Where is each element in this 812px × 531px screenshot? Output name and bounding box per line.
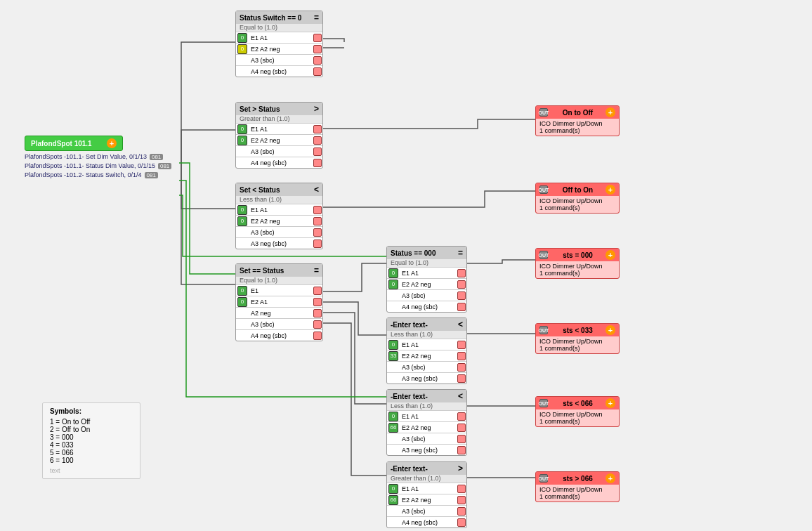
table-row[interactable]: 0 E1 A1: [387, 267, 466, 278]
port-in[interactable]: 0: [237, 286, 247, 296]
plafond-add-btn[interactable]: +: [107, 138, 117, 148]
table-row: A4 neg (sbc): [236, 157, 322, 168]
port-out[interactable]: [313, 240, 322, 248]
off-to-on-node[interactable]: OUT Off to On + ICO Dimmer Up/Down 1 com…: [535, 183, 620, 214]
table-row[interactable]: 0 E1 A1: [236, 204, 322, 215]
port-out[interactable]: [457, 424, 466, 432]
port-out[interactable]: [313, 67, 322, 76]
port-out[interactable]: [313, 309, 322, 317]
port-in[interactable]: 0: [388, 484, 398, 494]
out-port: OUT: [539, 399, 548, 407]
port-out[interactable]: [457, 374, 466, 383]
port-in[interactable]: 0: [388, 280, 398, 289]
port-out[interactable]: [313, 125, 322, 133]
table-row[interactable]: 66 E2 A2 neg: [387, 421, 466, 433]
table-row[interactable]: 0 E2 A2 neg: [236, 134, 322, 145]
sts-lt033-node[interactable]: OUT sts < 033 + ICO Dimmer Up/Down 1 com…: [535, 323, 620, 354]
port-in[interactable]: 66: [388, 423, 398, 433]
on-to-off-title: On to Off: [563, 109, 593, 117]
off-to-on-title: Off to On: [563, 186, 593, 194]
port-out[interactable]: [313, 136, 322, 145]
sts-gt066-add-btn[interactable]: +: [605, 473, 615, 483]
sts-gt066-node[interactable]: OUT sts > 066 + ICO Dimmer Up/Down 1 com…: [535, 471, 620, 502]
port-out[interactable]: [313, 320, 322, 329]
table-row: A3 neg (sbc): [387, 444, 466, 455]
table-row[interactable]: 66 E2 A2 neg: [387, 494, 466, 505]
port-out[interactable]: [457, 412, 466, 421]
port-out[interactable]: [457, 485, 466, 493]
on-to-off-line2: 1 command(s): [539, 127, 615, 134]
on-to-off-line1: ICO Dimmer Up/Down: [539, 120, 615, 127]
table-row[interactable]: 0 E1 A1: [236, 32, 322, 43]
sts-lt033-add-btn[interactable]: +: [605, 325, 615, 335]
port-out[interactable]: [457, 496, 466, 504]
port-in[interactable]: 0: [237, 205, 247, 215]
port-out[interactable]: [457, 363, 466, 372]
legend-item-2: 2 = Off to On: [50, 426, 133, 433]
port-in[interactable]: 0: [237, 216, 247, 226]
port-out[interactable]: [313, 45, 322, 53]
port-out[interactable]: [457, 446, 466, 454]
port-out[interactable]: [457, 280, 466, 289]
port-out[interactable]: [313, 228, 322, 237]
table-row[interactable]: 0 E2 A2 neg: [387, 278, 466, 289]
off-to-on-add-btn[interactable]: +: [605, 185, 615, 195]
port-in[interactable]: 0: [237, 124, 247, 134]
enter-lt066-node: -Enter text- < Less than (1.0) 0 E1 A1 6…: [386, 389, 467, 456]
dim-value-input[interactable]: PlafondSpots -101.1- Set Dim Value, 0/1/…: [25, 153, 171, 160]
on-to-off-node[interactable]: OUT On to Off + ICO Dimmer Up/Down 1 com…: [535, 105, 620, 136]
status-dim-input[interactable]: PlafondSpots -101.1- Status Dim Value, 0…: [25, 162, 171, 169]
table-row[interactable]: 0 E2 A2 neg: [236, 215, 322, 226]
sts-lt066-title: sts < 066: [563, 400, 593, 407]
table-row[interactable]: 0 E1 A1: [387, 483, 466, 494]
port-in[interactable]: 0: [388, 268, 398, 278]
port-in[interactable]: 0: [237, 297, 247, 307]
port-out[interactable]: [457, 518, 466, 527]
port-out[interactable]: [457, 341, 466, 349]
port-out[interactable]: [313, 159, 322, 167]
port-in[interactable]: 33: [388, 351, 398, 361]
table-row[interactable]: 0 E2 A1: [236, 296, 322, 307]
sts-000-add-btn[interactable]: +: [605, 250, 615, 260]
table-row[interactable]: 0 E1 A1: [387, 339, 466, 350]
sts-gt066-line1: ICO Dimmer Up/Down: [539, 486, 615, 493]
plafond-input-node[interactable]: PlafondSpot 101.1 +: [25, 136, 123, 151]
sts-000-node[interactable]: OUT sts = 000 + ICO Dimmer Up/Down 1 com…: [535, 248, 620, 279]
table-row[interactable]: 33 E2 A2 neg: [387, 350, 466, 361]
on-to-off-add-btn[interactable]: +: [605, 107, 615, 117]
table-row: A3 neg (sbc): [387, 372, 466, 383]
port-out[interactable]: [313, 34, 322, 42]
status-sw-input[interactable]: PlafondSpots -101.2- Status Switch, 0/1/…: [25, 171, 171, 178]
port-out[interactable]: [457, 269, 466, 277]
port-in[interactable]: 0: [388, 412, 398, 421]
port-out[interactable]: [457, 507, 466, 516]
port-in[interactable]: 0: [237, 136, 247, 145]
port-out[interactable]: [313, 287, 322, 295]
port-in[interactable]: 66: [388, 495, 398, 505]
table-row[interactable]: 0 E1: [236, 284, 322, 296]
sts-lt066-node[interactable]: OUT sts < 066 + ICO Dimmer Up/Down 1 com…: [535, 396, 620, 427]
port-in[interactable]: 0: [237, 44, 247, 54]
table-row[interactable]: 0 E2 A2 neg: [236, 43, 322, 54]
port-out[interactable]: [313, 217, 322, 225]
table-row: A3 (sbc): [387, 289, 466, 301]
legend-box: Symbols: 1 = On to Off 2 = Off to On 3 =…: [42, 402, 140, 479]
port-out[interactable]: [457, 291, 466, 300]
port-out[interactable]: [313, 298, 322, 306]
port-out[interactable]: [457, 435, 466, 443]
port-out[interactable]: [457, 303, 466, 311]
table-row: A4 neg (sbc): [387, 301, 466, 312]
table-row[interactable]: 0 E1 A1: [387, 410, 466, 421]
port-out[interactable]: [313, 148, 322, 156]
out-port: OUT: [539, 474, 548, 483]
port-out[interactable]: [313, 332, 322, 340]
port-out[interactable]: [457, 352, 466, 360]
port-in[interactable]: 0: [237, 33, 247, 43]
port-out[interactable]: [313, 56, 322, 65]
legend-item-6: 6 = 100: [50, 457, 133, 464]
port-in[interactable]: 0: [388, 340, 398, 350]
table-row[interactable]: 0 E1 A1: [236, 123, 322, 134]
table-row: A3 (sbc): [236, 318, 322, 329]
sts-lt066-add-btn[interactable]: +: [605, 398, 615, 408]
port-out[interactable]: [313, 206, 322, 214]
